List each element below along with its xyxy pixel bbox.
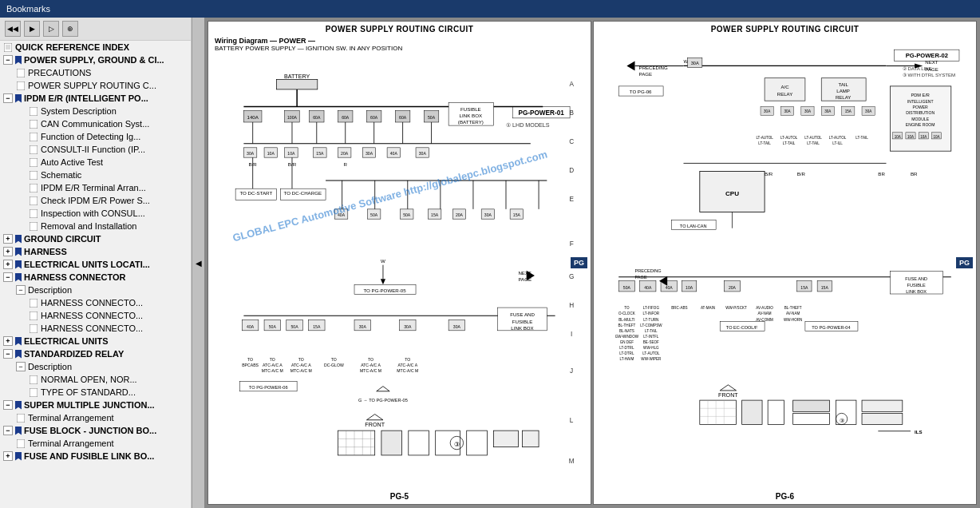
expand-icon[interactable]: + [3,451,13,461]
expand-icon[interactable]: − [3,272,13,282]
svg-text:① LHD MODELS: ① LHD MODELS [506,122,550,129]
doc-icon [29,323,38,333]
sidebar-item-term-arr1[interactable]: Terminal Arrangement [0,411,191,424]
sidebar-item-schematic[interactable]: Schematic [0,169,191,181]
sidebar-item-elec-units-loc[interactable]: + ELECTRICAL UNITS LOCATI... [0,258,191,271]
svg-text:WW-HLG: WW-HLG [643,346,659,350]
diagram-page-pg6: POWER SUPPLY ROUTING CIRCUIT PG-POWER-02… [593,21,977,505]
toolbar-btn-nav[interactable]: ▷ [43,21,59,37]
expand-icon[interactable]: − [3,349,13,359]
sidebar-item-hc-1[interactable]: HARNESS CONNECTO... [0,296,191,309]
expand-icon[interactable]: + [3,260,13,269]
sidebar-item-hc-2[interactable]: HARNESS CONNECTO... [0,309,191,322]
sidebar-item-label: Description [28,285,72,295]
svg-text:30A: 30A [784,109,791,113]
svg-text:TAIL: TAIL [838,81,848,87]
sidebar-item-label: HARNESS CONNECTO... [41,323,143,333]
sidebar-item-label: HARNESS CONNECTOR [24,272,126,282]
svg-text:TO: TO [368,357,373,362]
sidebar-item-label: HARNESS [24,247,67,256]
sidebar-item-ground-circuit[interactable]: + GROUND CIRCUIT [0,232,191,245]
svg-text:140A: 140A [247,114,259,120]
sidebar-item-super-multiple[interactable]: − SUPER MULTIPLE JUNCTION... [0,399,191,411]
svg-text:W: W [381,258,385,264]
expand-icon[interactable]: − [3,93,13,103]
sidebar-item-power-supply[interactable]: − POWER SUPPLY, GROUND & CI... [0,54,191,66]
svg-text:A/C: A/C [780,84,789,89]
expand-icon[interactable]: + [3,247,13,256]
sidebar-item-term-arr2[interactable]: Terminal Arrangement [0,437,191,450]
svg-text:30A: 30A [764,109,771,113]
svg-text:30A: 30A [865,109,872,113]
sidebar-item-fuse-fusible[interactable]: + FUSE AND FUSIBLE LINK BO... [0,450,191,462]
svg-text:30A: 30A [691,61,699,65]
page-title-pg6: POWER SUPPLY ROUTING CIRCUIT [594,22,976,35]
sidebar-item-std-relay-desc[interactable]: − Description [0,360,191,373]
svg-text:40A: 40A [338,212,346,217]
page-subtitle-pg5: Wiring Diagram — POWER — BATTERY POWER S… [208,35,591,54]
svg-text:FUSIBLE: FUSIBLE [460,106,481,112]
sidebar-item-auto-active[interactable]: Auto Active Test [0,156,191,169]
svg-rect-307 [768,400,784,424]
svg-text:B/R: B/R [765,171,773,177]
sidebar-item-consult-func[interactable]: CONSULT-II Function (IP... [0,143,191,156]
expand-icon[interactable]: − [3,400,13,410]
svg-text:FUSIBLE: FUSIBLE [907,283,926,288]
svg-text:PAGE: PAGE [635,275,647,280]
svg-text:LT-TAIL: LT-TAIL [645,329,658,333]
svg-text:TO LAN-CAN: TO LAN-CAN [680,224,707,228]
sidebar-item-fuse-block-jb[interactable]: − FUSE BLOCK - JUNCTION BO... [0,424,191,437]
expand-icon[interactable]: + [3,336,13,346]
sidebar-item-label: TYPE OF STANDARD... [41,387,136,397]
sidebar-item-hc-desc[interactable]: − Description [0,284,191,296]
svg-text:10A: 10A [267,151,275,156]
svg-rect-167 [409,431,429,455]
sidebar-item-sys-desc[interactable]: System Description [0,105,191,117]
toolbar-btn-back[interactable]: ◀◀ [5,21,21,37]
sidebar-item-hc-3[interactable]: HARNESS CONNECTO... [0,322,191,335]
svg-text:RELAY: RELAY [836,94,851,100]
svg-text:MTC-A/C M: MTC-A/C M [360,368,381,373]
toolbar-btn-add[interactable]: ⊕ [62,21,78,37]
expand-icon[interactable]: − [3,55,13,65]
svg-text:TO PG-POWER-06: TO PG-POWER-06 [249,385,288,390]
doc-icon [29,375,38,384]
svg-rect-312 [862,413,903,424]
svg-text:60A: 60A [342,115,350,120]
sidebar-item-harness[interactable]: + HARNESS [0,245,191,258]
expand-icon[interactable]: − [16,362,26,371]
sidebar-item-removal-install[interactable]: Removal and Installation [0,220,191,232]
sidebar-item-ipdm-terminal[interactable]: IPDM E/R Terminal Arran... [0,181,191,194]
doc-icon [29,145,38,154]
svg-text:GW-WINDOW: GW-WINDOW [615,335,639,339]
expand-icon[interactable]: + [3,234,13,244]
sidebar-item-normal-open[interactable]: NORMAL OPEN, NOR... [0,373,191,386]
svg-text:MTC-A/C M: MTC-A/C M [397,368,418,373]
expand-icon[interactable]: − [16,285,26,295]
doc-icon [29,208,38,218]
sidebar-item-harness-conn[interactable]: − HARNESS CONNECTOR [0,271,191,284]
sidebar-item-func-detect[interactable]: Function of Detecting Ig... [0,130,191,143]
sidebar-item-type-standard[interactable]: TYPE OF STANDARD... [0,386,191,399]
sidebar-item-label: Function of Detecting Ig... [41,132,140,141]
bookmark-icon [15,273,22,282]
sidebar-item-label: HARNESS CONNECTO... [41,311,143,320]
svg-text:G → TO PG-POWER-05: G → TO PG-POWER-05 [358,398,408,403]
sidebar-item-power-routing[interactable]: POWER SUPPLY ROUTING C... [0,79,191,92]
svg-text:FUSE AND: FUSE AND [510,312,535,317]
svg-text:LT-ILL: LT-ILL [832,141,843,145]
sidebar-item-ipdm[interactable]: − IPDM E/R (INTELLIGENT PO... [0,92,191,105]
sidebar-item-inspection-consul[interactable]: Inspection with CONSUL... [0,207,191,220]
svg-text:50A: 50A [403,212,411,217]
expand-icon[interactable]: − [3,426,13,435]
sidebar-item-check-ipdm[interactable]: Check IPDM E/R Power S... [0,194,191,207]
toolbar-btn-forward[interactable]: ▶ [24,21,40,37]
sidebar-collapse-button[interactable]: ◀ [192,18,204,508]
sidebar-item-can-comm[interactable]: CAN Communication Syst... [0,117,191,130]
sidebar-item-quick-ref[interactable]: QUICK REFERENCE INDEX [0,41,191,54]
sidebar-item-std-relay[interactable]: − STANDARDIZED RELAY [0,347,191,360]
sidebar-item-elec-units2[interactable]: + ELECTRICAL UNITS [0,335,191,347]
svg-text:LAMP: LAMP [836,88,850,93]
svg-text:GN DEF: GN DEF [620,340,634,344]
sidebar-item-precautions[interactable]: PRECAUTIONS [0,66,191,79]
